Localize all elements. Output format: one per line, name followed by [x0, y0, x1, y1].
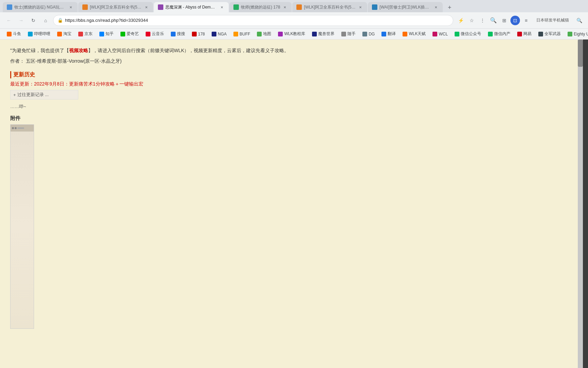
- new-tab-button[interactable]: +: [445, 3, 454, 12]
- forward-button[interactable]: →: [16, 16, 26, 25]
- history-toggle-button[interactable]: + 过往更新记录 ...: [10, 90, 78, 99]
- tab-close-2[interactable]: ✕: [144, 4, 149, 10]
- bookmark-label: 地图: [263, 31, 271, 37]
- back-button[interactable]: ←: [4, 16, 14, 25]
- tab-close-1[interactable]: ✕: [68, 4, 74, 10]
- bookmark-label: 云音乐: [152, 31, 164, 37]
- bookmark-label: WCL: [439, 32, 448, 36]
- bookmark-weapons[interactable]: 全军武器: [536, 30, 564, 38]
- thumb-dot-3: [17, 127, 24, 129]
- bookmark-sousou[interactable]: 搜搜: [168, 30, 188, 38]
- bookmark-label: 178: [198, 32, 205, 36]
- page-scrollbar[interactable]: [578, 40, 583, 368]
- bookmark-label: 爱奇艺: [127, 31, 139, 37]
- nga-favicon: [212, 32, 216, 36]
- buff-favicon: [233, 32, 238, 36]
- bookmark-bilibili[interactable]: 哔哩哔哩: [25, 30, 53, 38]
- bookmark-label: NGA: [218, 32, 227, 36]
- ellipsis-text: ……哔~: [10, 104, 446, 110]
- bookmark-jd[interactable]: 京东: [76, 30, 95, 38]
- bookmark-wcl[interactable]: WCL: [430, 31, 451, 37]
- jd-favicon: [78, 32, 83, 36]
- history-toggle-label: 过往更新记录 ...: [17, 92, 49, 98]
- tab-close-4[interactable]: ✕: [282, 4, 288, 10]
- more-button[interactable]: ⋮: [478, 16, 487, 25]
- bookmark-zhihu[interactable]: 知乎: [97, 30, 116, 38]
- bookmark-wow[interactable]: 魔兽世界: [309, 30, 337, 38]
- tab-3[interactable]: 恶魔深渊 - Abyss of Demons ✕: [154, 2, 229, 12]
- tab-label-4: 牧师(燃烧的远征) 178: [241, 4, 280, 10]
- tab-close-5[interactable]: ✕: [358, 4, 363, 10]
- tab-label-2: [WLK]阿卫全系百科全书(5万字...: [90, 4, 142, 10]
- bookmark-label: 随手: [347, 31, 356, 37]
- bookmark-weixin2[interactable]: 微信内产: [485, 30, 513, 38]
- page-area: "为避免忙碌，我也提供了【视频攻略】，请进入空间后自行搜索（前缀关键词WLK），…: [0, 40, 588, 368]
- address-bar[interactable]: 🔒 https://bbs.nga.cn/read.php?tid=330293…: [53, 15, 453, 26]
- tab-1[interactable]: 牧士(燃烧的远征) NGA玩家社区 ✕: [3, 2, 78, 12]
- tab-label-5: [WLK]阿卫全系百科全书(5万字...: [304, 4, 356, 10]
- tab-label-1: 牧士(燃烧的远征) NGA玩家社区: [14, 4, 66, 10]
- tab-close-3[interactable]: ✕: [219, 4, 225, 10]
- eightyup-favicon: [568, 32, 572, 36]
- attachment-section-title: 附件: [10, 115, 446, 122]
- bookmark-label: 全军武器: [544, 31, 561, 37]
- tab-4[interactable]: 牧师(燃烧的远征) 178 ✕: [229, 2, 292, 12]
- tab-6[interactable]: [WAI]苦修士|阿卫|WLK插件#... ✕: [368, 2, 443, 12]
- bookmark-label: BUFF: [240, 32, 250, 36]
- attachment-thumbnail[interactable]: [10, 124, 34, 329]
- right-sidebar: [583, 40, 588, 368]
- bookmark-wechat[interactable]: 微信公众号: [452, 30, 484, 38]
- bookmark-suishou[interactable]: 随手: [339, 30, 358, 38]
- translate-favicon: [381, 32, 386, 36]
- wlk-favicon: [278, 32, 283, 36]
- tab-favicon-1: [7, 4, 12, 10]
- tab-menu-button[interactable]: ≡: [521, 16, 531, 25]
- tab-close-6[interactable]: ✕: [433, 4, 439, 10]
- section-update-history: 更新历史: [10, 71, 446, 78]
- profile-button[interactable]: ⊡: [510, 16, 520, 25]
- bookmark-cloudmusic[interactable]: 云音乐: [143, 30, 167, 38]
- bookmark-wlktalent[interactable]: WLK天赋: [400, 30, 428, 38]
- bookmark-taobao[interactable]: 淘宝: [54, 30, 74, 38]
- bookmark-map[interactable]: 地图: [254, 30, 274, 38]
- bookmark-wlk[interactable]: WLK教程库: [275, 30, 308, 38]
- scrollbar-thumb[interactable]: [578, 40, 583, 67]
- bookmarks-bar: 斗鱼 哔哩哔哩 淘宝 京东 知乎 爱奇艺 云音乐 搜搜: [0, 29, 588, 40]
- reload-button[interactable]: ↻: [29, 16, 38, 25]
- home-button[interactable]: ⌂: [41, 16, 50, 25]
- tab-label-6: [WAI]苦修士|阿卫|WLK插件#...: [379, 4, 431, 10]
- bookmark-star[interactable]: ☆: [467, 16, 476, 25]
- nav-search-icon[interactable]: 🔍: [574, 16, 584, 25]
- search-button[interactable]: 🔍: [489, 16, 498, 25]
- tab-5[interactable]: [WLK]阿卫全系百科全书(5万字... ✕: [292, 2, 367, 12]
- bookmark-label: 搜搜: [177, 31, 185, 37]
- video-link[interactable]: 视频攻略: [69, 48, 88, 53]
- thumb-header: [11, 125, 34, 132]
- bookmark-aiqiyi[interactable]: 爱奇艺: [118, 30, 142, 38]
- douyu-favicon: [7, 32, 12, 36]
- bookmark-translate[interactable]: 翻译: [379, 30, 398, 38]
- extensions-button[interactable]: ⚡: [456, 16, 466, 25]
- bookmark-dg[interactable]: DG: [360, 31, 377, 37]
- bookmark-douyu[interactable]: 斗鱼: [4, 30, 24, 38]
- bookmark-163[interactable]: 网易: [514, 30, 534, 38]
- nav-right-buttons: ⚡ ☆ ⋮ 🔍 ⊞ ⊡ ≡: [456, 16, 531, 25]
- aiqiyi-favicon: [120, 32, 125, 36]
- author-name-text: 五区-维希度斯-部落-Vorrow(原一区-水晶之牙): [26, 58, 122, 64]
- page-content: "为避免忙碌，我也提供了【视频攻略】，请进入空间后自行搜索（前缀关键词WLK），…: [0, 40, 578, 368]
- bookmark-label: WLK教程库: [284, 31, 305, 37]
- tab-2[interactable]: [WLK]阿卫全系百科全书(5万字... ✕: [78, 2, 153, 12]
- address-text: https://bbs.nga.cn/read.php?tid=33029344: [65, 18, 449, 23]
- bookmark-buff[interactable]: BUFF: [231, 31, 253, 37]
- 178-favicon: [192, 32, 197, 36]
- thumb-dot-1: [12, 127, 14, 129]
- bookmark-nga[interactable]: NGA: [209, 31, 229, 37]
- author-prefix-text: 作者：: [10, 58, 24, 64]
- grid-apps-button[interactable]: ⊞: [500, 16, 509, 25]
- sousou-favicon: [171, 32, 176, 36]
- bookmark-eightyup[interactable]: Eighty Up...: [565, 31, 588, 37]
- notice-paragraph: "为避免忙碌，我也提供了【视频攻略】，请进入空间后自行搜索（前缀关键词WLK），…: [10, 46, 446, 55]
- plus-icon: +: [13, 92, 16, 97]
- author-line: 作者： 五区-维希度斯-部落-Vorrow(原一区-水晶之牙): [10, 58, 446, 64]
- bookmark-178[interactable]: 178: [189, 31, 208, 37]
